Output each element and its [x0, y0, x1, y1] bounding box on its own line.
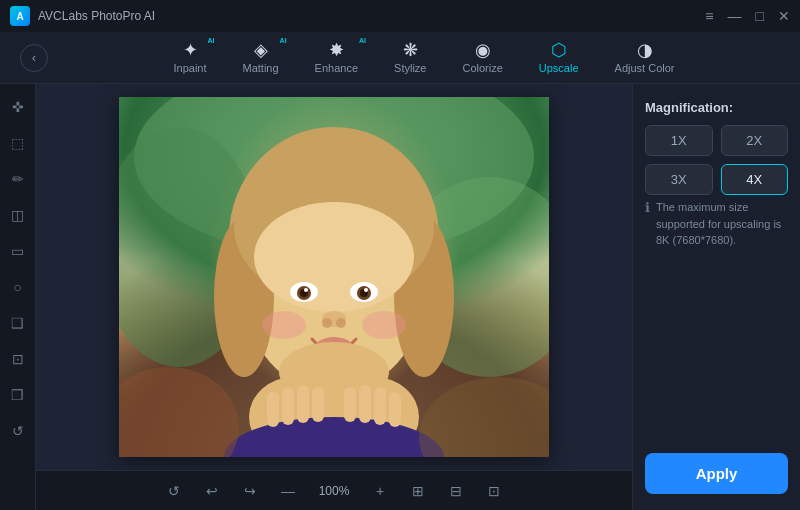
- svg-point-37: [419, 377, 549, 457]
- info-text: The maximum size supported for upscaling…: [656, 199, 788, 249]
- tool-eraser[interactable]: ◫: [5, 202, 31, 228]
- nav-item-matting[interactable]: ◈ Matting AI: [225, 35, 297, 80]
- tool-history[interactable]: ↺: [5, 418, 31, 444]
- canvas-wrapper[interactable]: [36, 84, 632, 470]
- svg-point-20: [262, 311, 306, 339]
- adjust-color-icon: ◑: [637, 41, 653, 59]
- enhance-label: Enhance: [315, 62, 358, 74]
- svg-point-36: [119, 367, 239, 457]
- upscale-label: Upscale: [539, 62, 579, 74]
- undo-button[interactable]: ↩: [198, 477, 226, 505]
- inpaint-icon: ✦: [183, 41, 198, 59]
- svg-rect-28: [267, 392, 279, 427]
- svg-rect-31: [312, 387, 324, 422]
- zoom-value: 100%: [312, 484, 356, 498]
- inpaint-label: Inpaint: [174, 62, 207, 74]
- adjust-color-label: Adjust Color: [615, 62, 675, 74]
- nav-item-stylize[interactable]: ❋ Stylize: [376, 35, 444, 80]
- nav-item-inpaint[interactable]: ✦ Inpaint AI: [156, 35, 225, 80]
- info-icon: ℹ: [645, 200, 650, 215]
- image-container: [119, 97, 549, 457]
- nav-item-adjust-color[interactable]: ◑ Adjust Color: [597, 35, 693, 80]
- close-icon[interactable]: ✕: [778, 9, 790, 23]
- svg-point-15: [304, 288, 308, 292]
- tool-stamp[interactable]: ❒: [5, 382, 31, 408]
- matting-label: Matting: [243, 62, 279, 74]
- svg-point-16: [364, 288, 368, 292]
- nav-toolbar: ‹ ✦ Inpaint AI ◈ Matting AI ✸ Enhance AI…: [0, 32, 800, 84]
- titlebar: A AVCLabs PhotoPro AI ≡ — □ ✕: [0, 0, 800, 32]
- svg-point-18: [322, 318, 332, 328]
- svg-rect-33: [359, 385, 371, 423]
- tool-layers[interactable]: ❑: [5, 310, 31, 336]
- stylize-label: Stylize: [394, 62, 426, 74]
- svg-point-19: [336, 318, 346, 328]
- main-layout: ✜ ⬚ ✏ ◫ ▭ ○ ❑ ⊡ ❒ ↺: [0, 84, 800, 510]
- zoom-out-button[interactable]: —: [274, 477, 302, 505]
- mag-4x-button[interactable]: 4X: [721, 164, 789, 195]
- tool-ellipse[interactable]: ○: [5, 274, 31, 300]
- magnification-grid: 1X 2X 3X 4X: [645, 125, 788, 195]
- maximize-icon[interactable]: □: [756, 9, 764, 23]
- left-sidebar: ✜ ⬚ ✏ ◫ ▭ ○ ❑ ⊡ ❒ ↺: [0, 84, 36, 510]
- app-logo: A: [10, 6, 30, 26]
- bottom-bar: ↺ ↩ ↪ — 100% + ⊞ ⊟ ⊡: [36, 470, 632, 510]
- mag-3x-button[interactable]: 3X: [645, 164, 713, 195]
- mag-1x-button[interactable]: 1X: [645, 125, 713, 156]
- svg-point-21: [362, 311, 406, 339]
- matting-icon: ◈: [254, 41, 268, 59]
- matting-ai-badge: AI: [280, 37, 287, 44]
- back-button[interactable]: ‹: [20, 44, 48, 72]
- nav-items: ✦ Inpaint AI ◈ Matting AI ✸ Enhance AI ❋…: [68, 35, 780, 80]
- apply-button[interactable]: Apply: [645, 453, 788, 494]
- zoom-in-button[interactable]: +: [366, 477, 394, 505]
- colorize-label: Colorize: [462, 62, 502, 74]
- colorize-icon: ◉: [475, 41, 491, 59]
- redo-button[interactable]: ↪: [236, 477, 264, 505]
- reset-button[interactable]: ↺: [160, 477, 188, 505]
- tool-brush[interactable]: ✏: [5, 166, 31, 192]
- enhance-ai-badge: AI: [359, 37, 366, 44]
- nav-item-colorize[interactable]: ◉ Colorize: [444, 35, 520, 80]
- svg-rect-32: [344, 387, 356, 422]
- svg-point-8: [254, 202, 414, 312]
- inpaint-ai-badge: AI: [208, 37, 215, 44]
- titlebar-left: A AVCLabs PhotoPro AI: [10, 6, 155, 26]
- right-panel: Magnification: 1X 2X 3X 4X ℹ The maximum…: [632, 84, 800, 510]
- fullscreen-button[interactable]: ⊡: [480, 477, 508, 505]
- svg-rect-35: [389, 392, 401, 427]
- svg-rect-34: [374, 387, 386, 425]
- app-title: AVCLabs PhotoPro AI: [38, 9, 155, 23]
- menu-icon[interactable]: ≡: [705, 9, 713, 23]
- tool-crop[interactable]: ⊡: [5, 346, 31, 372]
- enhance-icon: ✸: [329, 41, 344, 59]
- canvas-area: ↺ ↩ ↪ — 100% + ⊞ ⊟ ⊡: [36, 84, 632, 510]
- panel-title: Magnification:: [645, 100, 788, 115]
- photo-canvas: [119, 97, 549, 457]
- tool-rect[interactable]: ▭: [5, 238, 31, 264]
- nav-item-enhance[interactable]: ✸ Enhance AI: [297, 35, 376, 80]
- window-controls: ≡ — □ ✕: [705, 9, 790, 23]
- info-box: ℹ The maximum size supported for upscali…: [645, 199, 788, 249]
- upscale-icon: ⬡: [551, 41, 567, 59]
- svg-rect-29: [282, 387, 294, 425]
- tool-move[interactable]: ✜: [5, 94, 31, 120]
- fit-button[interactable]: ⊞: [404, 477, 432, 505]
- stylize-icon: ❋: [403, 41, 418, 59]
- svg-rect-30: [297, 385, 309, 423]
- nav-item-upscale[interactable]: ⬡ Upscale: [521, 35, 597, 80]
- minimize-icon[interactable]: —: [728, 9, 742, 23]
- mag-2x-button[interactable]: 2X: [721, 125, 789, 156]
- grid-button[interactable]: ⊟: [442, 477, 470, 505]
- tool-select[interactable]: ⬚: [5, 130, 31, 156]
- apply-btn-wrapper: Apply: [645, 453, 788, 494]
